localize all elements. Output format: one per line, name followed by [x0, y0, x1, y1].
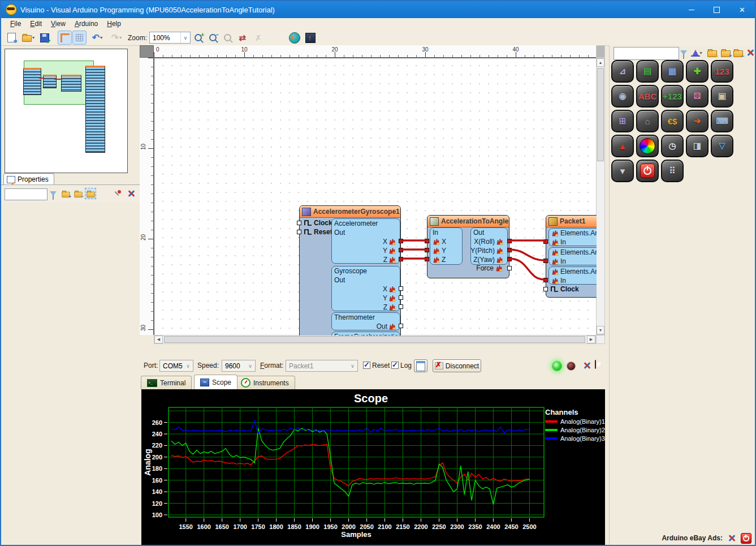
design-canvas[interactable]: AccelerometerGyroscope1 Clock Reset Acce… [154, 58, 597, 336]
scroll-up-icon[interactable]: ▲ [597, 58, 604, 67]
menu-arduino[interactable]: Arduino [70, 19, 102, 29]
toolbox-text-button[interactable]: ABC [636, 85, 659, 108]
zoom-reset-button[interactable] [221, 31, 235, 45]
block-accelerometer-gyroscope1[interactable]: AccelerometerGyroscope1 Clock Reset Acce… [299, 205, 401, 336]
packet-in3-pin[interactable] [543, 278, 548, 282]
delete-button[interactable]: ✗ [251, 31, 265, 45]
redo-button[interactable]: ↷▾ [107, 31, 126, 45]
stop-connection-icon[interactable] [595, 360, 596, 369]
toolbox-motor-button[interactable]: ◉ [611, 85, 634, 108]
block-packet1[interactable]: Packet1 Elements.Anal In Elements.Anal I… [546, 215, 597, 298]
tools-icon[interactable] [745, 48, 755, 58]
menu-file[interactable]: File [6, 19, 25, 29]
properties-filter-input[interactable] [5, 188, 47, 200]
scroll-down-icon[interactable]: ▼ [597, 326, 604, 334]
accel-z-output-pin[interactable] [399, 257, 403, 261]
toolbox-water-button[interactable]: ▽ [711, 135, 733, 157]
vertical-scroll-thumb[interactable] [597, 68, 604, 161]
minimize-button[interactable] [679, 1, 704, 18]
clock-input-pin[interactable] [297, 221, 301, 225]
accel-y-output-pin[interactable] [399, 248, 403, 252]
tools-icon[interactable] [126, 188, 137, 199]
speed-select[interactable]: 9600∨ [222, 360, 256, 372]
vertical-scrollbar[interactable]: ▲ ▼ [596, 58, 605, 335]
port-select[interactable]: COM5∨ [159, 360, 193, 372]
log-checkbox[interactable] [391, 362, 399, 369]
zoom-out-button[interactable]: − [206, 31, 220, 45]
tab-terminal[interactable]: ›_ Terminal [141, 376, 192, 389]
horizontal-scroll-thumb[interactable] [164, 336, 585, 343]
toolbox-measurement-button[interactable]: ⊿ [611, 60, 634, 83]
block-header[interactable]: AccelerometerGyroscope1 [300, 206, 400, 218]
ruler-toggle-button[interactable] [58, 31, 72, 45]
in-z-pin[interactable] [425, 257, 429, 261]
menu-help[interactable]: Help [102, 19, 126, 29]
collapse-all-icon[interactable]: − [72, 188, 84, 199]
out-roll-pin[interactable] [507, 239, 512, 243]
menu-view[interactable]: View [46, 19, 70, 29]
tab-properties[interactable]: Properties [3, 173, 54, 185]
filter-icon[interactable] [679, 48, 689, 58]
folder-collapse-icon[interactable]: − [733, 48, 743, 58]
thermometer-output-pin[interactable] [399, 324, 403, 328]
disconnect-button[interactable]: Disconnect [433, 359, 481, 372]
upload-button[interactable] [303, 31, 317, 45]
selection-mode-icon[interactable] [85, 188, 96, 199]
toolbox-send-card-button[interactable]: ➔ [686, 110, 709, 132]
overview-minimap[interactable] [5, 49, 128, 173]
tab-instruments[interactable]: Instruments [235, 376, 295, 389]
wizard-icon[interactable]: ▾ [690, 48, 705, 58]
toolbox-memory-button[interactable]: ▤ [636, 60, 659, 83]
packet-in2-pin[interactable] [543, 259, 548, 263]
compile-button[interactable] [287, 31, 301, 45]
maximize-button[interactable] [704, 1, 729, 18]
toolbox-color-wheel-button[interactable] [636, 135, 659, 157]
toolbox-currency-button[interactable]: €$ [661, 110, 684, 132]
filter-icon[interactable] [47, 188, 59, 199]
format-select[interactable]: Packet1∨ [286, 360, 358, 372]
ads-tools-icon[interactable] [727, 534, 736, 543]
zoom-in-button[interactable]: + [191, 31, 205, 45]
packet-in1-pin[interactable] [543, 239, 548, 244]
toolbox-industrial-button[interactable]: ⌂ [636, 110, 659, 132]
toolbox-dominoes-button[interactable]: ⠿ [661, 160, 684, 182]
gyro-y-output-pin[interactable] [399, 295, 403, 300]
toolbox-switch-panel-button[interactable]: ◨ [686, 135, 709, 157]
grid-toggle-button[interactable] [72, 31, 87, 45]
scroll-right-icon[interactable]: ▶ [587, 336, 595, 343]
wire-pitch[interactable] [509, 250, 545, 260]
save-button[interactable] [37, 31, 51, 45]
folder-lamp-icon[interactable]: ● [707, 48, 717, 58]
toolbox-date-time-button[interactable]: ◷ [661, 135, 684, 157]
toolbox-cube-button[interactable]: ▣ [711, 85, 733, 108]
toolbox-resize-button[interactable]: ✚ [686, 60, 709, 83]
toolbox-digit-sources-button[interactable]: 123 [711, 60, 733, 83]
menu-edit[interactable]: Edit [25, 19, 46, 29]
folder-new-icon[interactable]: + [720, 48, 731, 58]
packet-clock-pin[interactable] [543, 287, 548, 291]
expand-all-icon[interactable]: + [60, 188, 71, 199]
ads-power-icon[interactable] [741, 533, 751, 544]
toolbox-probability-button[interactable]: ⚄ [686, 85, 709, 108]
force-output-pin[interactable] [507, 266, 512, 270]
scroll-left-icon[interactable]: ◀ [154, 336, 163, 343]
toolbox-filter-document-button[interactable]: ▼ [611, 160, 634, 182]
accel-x-output-pin[interactable] [399, 239, 403, 243]
toolbox-power-off-button[interactable] [636, 160, 659, 182]
block-header[interactable]: AccelerationToAngle1 [427, 216, 509, 227]
toolbox-analog-button[interactable]: ▲ [611, 135, 634, 157]
wire-yaw[interactable] [509, 259, 545, 280]
toolbox-calculator-button[interactable]: ▦ [661, 60, 684, 83]
toolbox-search-input[interactable] [614, 47, 679, 60]
reconnect-button[interactable]: ⇄ [235, 31, 249, 45]
gyro-x-output-pin[interactable] [399, 286, 403, 291]
close-button[interactable]: ✕ [729, 1, 755, 18]
toolbox-gamepad-button[interactable]: ⊞ [611, 110, 634, 132]
gyro-z-output-pin[interactable] [399, 304, 403, 309]
in-x-pin[interactable] [425, 239, 429, 243]
pin-icon[interactable] [112, 188, 123, 199]
zoom-combobox[interactable]: 100% ∨ [149, 32, 191, 44]
horizontal-scrollbar[interactable]: ◀ ▶ [154, 335, 596, 344]
open-button[interactable]: ▾ [19, 31, 37, 45]
new-sketch-button[interactable] [5, 31, 19, 45]
